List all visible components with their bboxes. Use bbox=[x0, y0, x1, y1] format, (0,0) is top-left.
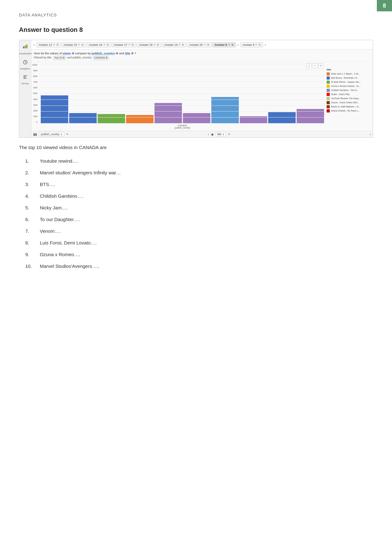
chart-bar-9[interactable] bbox=[268, 112, 296, 123]
list-item-3: 3. BTS…. bbox=[25, 178, 373, 190]
shelf-nav-right[interactable]: › bbox=[208, 132, 209, 136]
list-item-10: 10. Marvel Studios'Avengers….. bbox=[25, 260, 373, 272]
tab-gear-answer8[interactable]: ⚙ bbox=[231, 43, 234, 46]
tab-gear-answer9[interactable]: ⚙ bbox=[258, 43, 261, 46]
list-number-9: 9. bbox=[25, 252, 35, 257]
legend-color-10 bbox=[327, 109, 330, 112]
tab-answer17[interactable]: Answer 17 ✕ ⚙ bbox=[112, 42, 136, 47]
chart-question-header: How do the values of views ⊗ compare by … bbox=[31, 50, 373, 62]
tab-close-answer17[interactable]: ✕ bbox=[128, 43, 130, 46]
tab-nav-end[interactable]: › bbox=[264, 43, 267, 47]
sidebar-icon-analytics[interactable] bbox=[20, 57, 30, 67]
tab-label-answer16: Answer 16 bbox=[89, 43, 102, 46]
tab-close-answer8[interactable]: ✕ bbox=[228, 43, 230, 46]
legend-item-8: Ozuna - Única (Vídeo Ofici... bbox=[327, 101, 371, 104]
svg-rect-4 bbox=[23, 75, 27, 76]
list-text-2: Marvel studios' Avengers Infinity war… bbox=[40, 170, 121, 175]
shelf-chevron-publish-country[interactable]: ∨ bbox=[61, 133, 63, 136]
chart-bar-4[interactable] bbox=[126, 115, 154, 123]
list-item-1: 1. Youtube rewind…. bbox=[25, 155, 373, 167]
legend-color-6 bbox=[327, 93, 330, 96]
legend-text-7: YouTube Rewind: The Shap... bbox=[331, 97, 360, 99]
chart-bar-5[interactable] bbox=[154, 103, 182, 123]
shelf-publish-country[interactable]: publish_country ∨ bbox=[39, 132, 64, 136]
tab-answer18[interactable]: Answer 18 ✕ ⚙ bbox=[137, 42, 161, 47]
tab-answer15[interactable]: Answer 15 ✕ ⚙ bbox=[62, 42, 86, 47]
legend-item-7: YouTube Rewind: The Shap... bbox=[327, 97, 371, 100]
chart-bar-7[interactable] bbox=[211, 97, 239, 123]
shelf-bars-icon: ▮▮ bbox=[33, 132, 37, 136]
legend-text-10: Ariana Grande - No Tears L... bbox=[331, 110, 360, 112]
legend-color-1 bbox=[327, 72, 330, 75]
shelf-nav-end[interactable]: › bbox=[370, 132, 371, 136]
tab-answer9[interactable]: Answer 9 ✕ ⚙ bbox=[240, 42, 263, 47]
tab-close-answer13[interactable]: ✕ bbox=[53, 43, 55, 46]
tab-close-answer9[interactable]: ✕ bbox=[255, 43, 257, 46]
tab-label-answer8: Answer 8 bbox=[214, 43, 227, 46]
tab-gear-answer13[interactable]: ⚙ bbox=[56, 43, 59, 46]
tab-close-answer16[interactable]: ✕ bbox=[103, 43, 106, 46]
svg-rect-6 bbox=[23, 78, 27, 79]
list-item-6: 6. To our Daughter…. bbox=[25, 214, 373, 225]
tab-answer16[interactable]: Answer 16 ✕ ⚙ bbox=[87, 42, 111, 47]
shelf-chevron-title[interactable]: ∨ bbox=[222, 133, 224, 136]
list-text-7: Venom…. bbox=[40, 228, 61, 234]
list-number-6: 6. bbox=[25, 217, 35, 222]
y-label-10m: 10M bbox=[33, 115, 38, 117]
tab-label-answer13: Answer 13 bbox=[39, 43, 52, 46]
y-label-0: 0 bbox=[36, 121, 38, 123]
filter-tag-canada[interactable]: CANADA ⊗ bbox=[93, 56, 109, 60]
legend-item-4: Ozuna x Romeo Santos - Si... bbox=[327, 85, 371, 88]
tab-close-answer20[interactable]: ✕ bbox=[204, 43, 206, 46]
tab-answer13[interactable]: Answer 13 ✕ ⚙ bbox=[36, 42, 61, 47]
shelf-plus-left[interactable]: + bbox=[66, 132, 69, 136]
tab-answer19[interactable]: Answer 19 ✕ ⚙ bbox=[162, 42, 187, 47]
chart-plot: 100M 90M 80M 70M 60M 50M 40M 30M 20M 1 bbox=[41, 64, 324, 129]
tab-answer20[interactable]: Answer 20 ✕ ⚙ bbox=[187, 42, 212, 47]
list-number-3: 3. bbox=[25, 182, 35, 187]
tab-label-answer20: Answer 20 bbox=[189, 43, 203, 46]
tab-answer8[interactable]: Answer 8 ✕ ⚙ bbox=[212, 42, 236, 47]
tableau-main-area: ‹ Answer 13 ✕ ⚙ Answer 15 ✕ ⚙ Answer 16 … bbox=[31, 40, 373, 137]
list-number-8: 8. bbox=[25, 240, 35, 245]
shelf-title[interactable]: title ∨ bbox=[215, 132, 226, 136]
y-label-50m: 50M bbox=[33, 92, 38, 94]
list-number-10: 10. bbox=[25, 263, 35, 269]
tab-close-answer18[interactable]: ✕ bbox=[154, 43, 156, 46]
sidebar-label-analytics: analytics bbox=[20, 67, 30, 70]
legend-text-5: Childish Gambino - This Is... bbox=[331, 89, 359, 91]
filter-tag-top10[interactable]: Top 10 ⊗ bbox=[53, 56, 66, 60]
legend-color-7 bbox=[327, 97, 330, 100]
tab-gear-answer20[interactable]: ⚙ bbox=[207, 43, 209, 46]
tab-label-answer19: Answer 19 bbox=[164, 43, 178, 46]
chart-bar-3[interactable] bbox=[98, 114, 125, 123]
tab-nav-prev[interactable]: ‹ bbox=[33, 43, 36, 47]
answer-intro-text: The top 10 viewed videos in CANADA are bbox=[19, 145, 373, 150]
chart-bar-8[interactable] bbox=[240, 116, 267, 123]
chart-x-label: CANADApublish_country bbox=[175, 124, 190, 129]
chart-bar-2[interactable] bbox=[69, 113, 97, 123]
list-text-4: Childish Gambino…. bbox=[40, 193, 83, 199]
tab-gear-answer19[interactable]: ⚙ bbox=[182, 43, 184, 46]
tab-gear-answer15[interactable]: ⚙ bbox=[81, 43, 84, 46]
tab-close-answer15[interactable]: ✕ bbox=[78, 43, 80, 46]
y-label-80m: 80M bbox=[33, 75, 38, 77]
tab-label-answer15: Answer 15 bbox=[64, 43, 77, 46]
chart-bar-6[interactable] bbox=[183, 113, 210, 123]
chart-visualization: ⤢ + ≡ 100M 90M 80M bbox=[31, 62, 325, 131]
legend-color-8 bbox=[327, 101, 330, 104]
sidebar-icon-format[interactable] bbox=[20, 72, 30, 82]
tab-nav-next[interactable]: › bbox=[237, 43, 240, 47]
list-text-9: Ozuna x Romeo…. bbox=[40, 252, 80, 257]
tab-close-answer19[interactable]: ✕ bbox=[178, 43, 181, 46]
chart-bar-1[interactable] bbox=[41, 95, 68, 123]
tab-label-answer9: Answer 9 bbox=[243, 43, 255, 46]
list-item-4: 4. Childish Gambino…. bbox=[25, 190, 373, 202]
chart-bar-10[interactable] bbox=[297, 109, 324, 123]
tab-gear-answer18[interactable]: ⚙ bbox=[157, 43, 159, 46]
legend-text-1: Nicky Jam x J. Balvin - X (E... bbox=[331, 73, 360, 75]
tab-gear-answer17[interactable]: ⚙ bbox=[131, 43, 134, 46]
tab-gear-answer16[interactable]: ⚙ bbox=[106, 43, 109, 46]
sidebar-icon-chart[interactable] bbox=[20, 41, 30, 51]
shelf-plus-right[interactable]: + bbox=[228, 132, 230, 136]
